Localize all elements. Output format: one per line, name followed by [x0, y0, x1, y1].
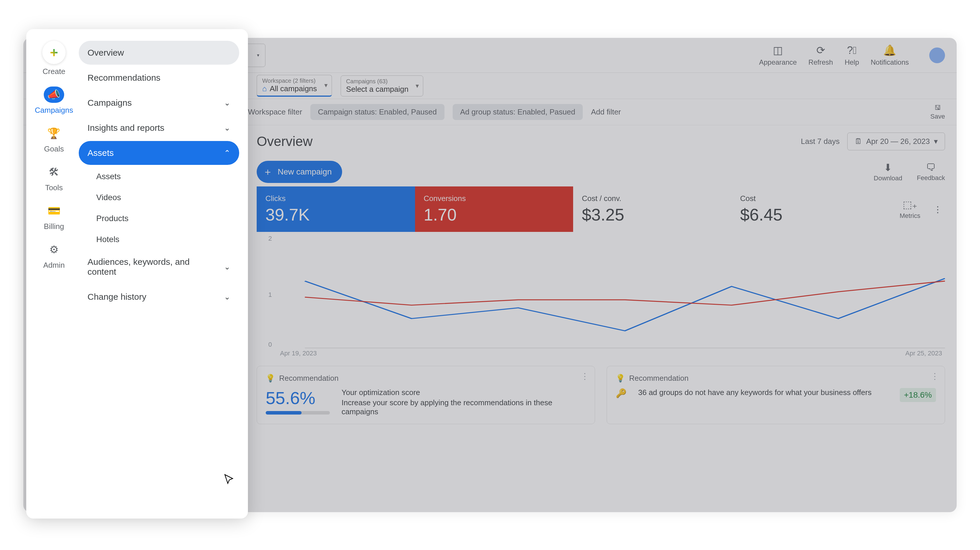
chevron-down-icon: ⌄	[224, 263, 231, 271]
rail-campaigns-label: Campaigns	[35, 106, 73, 115]
menu-recommendations-label: Recommendations	[88, 73, 161, 83]
menu-videos[interactable]: Videos	[79, 187, 239, 208]
rail-goals[interactable]: 🏆 Goals	[44, 125, 64, 154]
rail-campaigns[interactable]: 📣 Campaigns	[35, 87, 73, 115]
create-button[interactable]: + Create	[42, 41, 65, 76]
chevron-down-icon: ⌄	[224, 124, 231, 133]
chevron-down-icon: ⌄	[224, 98, 231, 108]
menu-assets[interactable]: Assets ⌃	[79, 141, 239, 165]
create-label: Create	[43, 67, 65, 76]
sidebar-panel: + Create 📣 Campaigns 🏆 Goals 🛠 Tools 💳 B…	[26, 29, 248, 518]
rail-goals-label: Goals	[44, 144, 64, 154]
menu-campaigns[interactable]: Campaigns ⌄	[79, 91, 239, 115]
plus-multicolor-icon: +	[50, 44, 58, 60]
menu-products[interactable]: Products	[79, 208, 239, 229]
menu-assets-sub[interactable]: Assets	[79, 166, 239, 187]
nav-rail: + Create 📣 Campaigns 🏆 Goals 🛠 Tools 💳 B…	[32, 41, 76, 507]
rail-admin[interactable]: ⚙ Admin	[43, 241, 65, 270]
menu-insights[interactable]: Insights and reports ⌄	[79, 116, 239, 140]
rail-billing[interactable]: 💳 Billing	[44, 203, 64, 231]
chevron-down-icon: ⌄	[224, 292, 231, 301]
menu-hotels[interactable]: Hotels	[79, 229, 239, 250]
menu-change-history[interactable]: Change history ⌄	[79, 285, 239, 309]
gear-icon: ⚙	[46, 241, 62, 258]
menu-akc-label: Audiences, keywords, and content	[88, 257, 198, 277]
cursor-icon	[223, 474, 235, 488]
card-icon: 💳	[46, 203, 62, 219]
menu-assets-label: Assets	[88, 148, 114, 158]
menu-insights-label: Insights and reports	[88, 123, 164, 133]
rail-tools-label: Tools	[45, 183, 63, 192]
menu-campaigns-label: Campaigns	[88, 98, 132, 108]
trophy-icon: 🏆	[46, 125, 62, 141]
nav-menu: Overview Recommendations Campaigns ⌄ Ins…	[76, 41, 242, 507]
rail-admin-label: Admin	[43, 261, 65, 270]
wrench-icon: 🛠	[46, 164, 62, 180]
megaphone-icon: 📣	[44, 87, 64, 103]
menu-overview-label: Overview	[88, 48, 124, 58]
menu-overview[interactable]: Overview	[79, 41, 239, 65]
menu-audiences-keywords-content[interactable]: Audiences, keywords, and content ⌄	[79, 250, 239, 284]
menu-change-history-label: Change history	[88, 292, 146, 302]
menu-recommendations[interactable]: Recommendations	[79, 66, 239, 90]
rail-tools[interactable]: 🛠 Tools	[45, 164, 63, 192]
chevron-up-icon: ⌃	[224, 149, 231, 158]
rail-billing-label: Billing	[44, 222, 64, 231]
